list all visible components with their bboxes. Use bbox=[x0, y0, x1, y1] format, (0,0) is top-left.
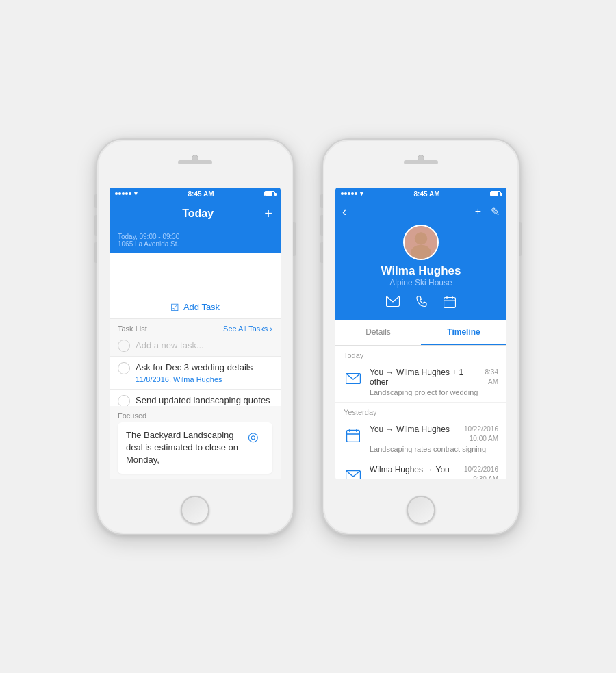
status-bar-left-2: ▾ bbox=[341, 190, 363, 197]
timeline-item-2[interactable]: You → Wilma Hughes 10/22/2016 10:00 AM L… bbox=[335, 419, 506, 459]
phone-2-screen: ▾ 8:45 AM ‹ + ✎ bbox=[335, 188, 506, 479]
add-task-label: Add Task bbox=[183, 302, 220, 312]
status-battery-2 bbox=[490, 191, 501, 196]
page-title-today: Today bbox=[131, 207, 264, 220]
battery-fill-1 bbox=[265, 192, 272, 196]
contact-company: Alpine Ski House bbox=[389, 278, 452, 288]
status-bar-2: ▾ 8:45 AM bbox=[335, 188, 506, 201]
task-item-1[interactable]: Ask for Dec 3 wedding details 11/8/2016,… bbox=[110, 357, 281, 390]
contact-info: Wilma Hughes Alpine Ski House bbox=[342, 225, 500, 311]
email-icon-1 bbox=[344, 369, 363, 388]
email-action-icon[interactable] bbox=[386, 296, 400, 311]
battery-fill-2 bbox=[491, 192, 498, 196]
event-title: Meet new landscaping suppliers bbox=[110, 253, 281, 296]
edit-contact-button[interactable]: ✎ bbox=[491, 205, 500, 218]
task-content-2: Send updated landscaping quotes 11/9/201… bbox=[136, 395, 270, 406]
new-task-placeholder[interactable]: Add a new task... bbox=[136, 340, 204, 351]
contact-tabs: Details Timeline bbox=[335, 320, 506, 346]
phone-volume-down-2 bbox=[320, 242, 323, 263]
status-time-2: 8:45 AM bbox=[414, 190, 440, 198]
email-icon-2 bbox=[344, 466, 363, 479]
svg-point-2 bbox=[411, 244, 431, 259]
timeline-from-1: You → Wilma Hughes + 1 other bbox=[370, 368, 475, 387]
timeline-header-1: You → Wilma Hughes + 1 other 8:34 AM bbox=[370, 368, 498, 387]
avatar-svg bbox=[405, 225, 437, 260]
add-task-button[interactable]: ☑ Add Task bbox=[110, 296, 281, 318]
task-list-section: Task List See All Tasks › Add a new task… bbox=[110, 319, 281, 406]
timeline-item-3[interactable]: Wilma Hughes → You 10/22/2016 9:30 AM Co… bbox=[335, 459, 506, 479]
status-bar-1: ▾ 8:45 AM bbox=[110, 188, 281, 201]
focused-text: The Backyard Landscaping deal is estimat… bbox=[126, 429, 242, 467]
calendar-event-card[interactable]: Today, 09:00 - 09:30 1065 La Avenida St.… bbox=[110, 227, 281, 319]
phone-speaker-2 bbox=[404, 160, 438, 164]
timeline-section-today: Today bbox=[335, 346, 506, 362]
phone-1-screen: ▾ 8:45 AM Today + Today, 09:00 - 09:30 bbox=[110, 188, 281, 479]
calendar-action-icon[interactable] bbox=[444, 296, 456, 311]
contact-name: Wilma Hughes bbox=[381, 264, 461, 278]
phone-volume-down-1 bbox=[94, 242, 97, 263]
battery-icon-2 bbox=[490, 191, 501, 196]
wifi-icon-2: ▾ bbox=[360, 190, 363, 197]
timeline-subject-2: Landscaping rates contract signing bbox=[370, 445, 498, 453]
signal-dots-1 bbox=[115, 192, 131, 195]
today-header: Today + bbox=[110, 201, 281, 227]
status-time-1: 8:45 AM bbox=[188, 190, 214, 198]
task-list-label: Task List bbox=[118, 325, 147, 333]
task-circle-1[interactable] bbox=[118, 362, 130, 374]
contact-header: ‹ + ✎ Wilma Hughes bbox=[335, 201, 506, 320]
checkbox-icon: ☑ bbox=[170, 302, 179, 313]
timeline-date-3: 10/22/2016 9:30 AM bbox=[464, 465, 498, 479]
task-circle-new bbox=[118, 340, 130, 352]
phone-volume-up-1 bbox=[94, 215, 97, 236]
timeline-header-2: You → Wilma Hughes 10/22/2016 10:00 AM bbox=[370, 424, 498, 444]
calendar-card-header: Today, 09:00 - 09:30 1065 La Avenida St. bbox=[110, 227, 281, 253]
task-content-1: Ask for Dec 3 wedding details 11/8/2016,… bbox=[136, 362, 253, 383]
new-task-input-row[interactable]: Add a new task... bbox=[110, 335, 281, 357]
add-button[interactable]: + bbox=[264, 206, 272, 222]
timeline-date-2: 10/22/2016 10:00 AM bbox=[464, 424, 498, 444]
svg-point-1 bbox=[415, 232, 427, 244]
phone-action-icon[interactable] bbox=[416, 296, 427, 311]
nav-icons: + ✎ bbox=[475, 205, 500, 218]
timeline-item-1[interactable]: You → Wilma Hughes + 1 other 8:34 AM Lan… bbox=[335, 362, 506, 403]
event-location: 1065 La Avenida St. bbox=[118, 240, 272, 248]
timeline-view: Today You → Wilma Hughes + 1 other 8:34 … bbox=[335, 346, 506, 479]
phone-mute-button-2 bbox=[320, 194, 323, 208]
wifi-icon-1: ▾ bbox=[134, 190, 138, 197]
timeline-content-3: Wilma Hughes → You 10/22/2016 9:30 AM Co… bbox=[370, 465, 498, 479]
contact-avatar bbox=[403, 225, 439, 260]
phone-speaker-1 bbox=[178, 160, 212, 164]
add-contact-button[interactable]: + bbox=[475, 205, 481, 218]
tab-timeline[interactable]: Timeline bbox=[421, 320, 506, 345]
back-button[interactable]: ‹ bbox=[342, 205, 346, 219]
phone-mute-button-1 bbox=[94, 194, 97, 208]
timeline-from-2: You → Wilma Hughes bbox=[370, 424, 450, 434]
phone-volume-up-2 bbox=[320, 215, 323, 236]
svg-rect-4 bbox=[444, 297, 456, 307]
event-time: Today, 09:00 - 09:30 bbox=[118, 233, 272, 240]
task-text-2: Send updated landscaping quotes bbox=[136, 395, 270, 406]
phones-container: ▾ 8:45 AM Today + Today, 09:00 - 09:30 bbox=[68, 111, 548, 563]
battery-icon-1 bbox=[264, 191, 275, 196]
status-battery-1 bbox=[264, 191, 275, 196]
timeline-subject-1: Landscaping project for wedding bbox=[370, 388, 498, 396]
see-all-tasks-button[interactable]: See All Tasks › bbox=[223, 325, 272, 333]
timeline-section-yesterday: Yesterday bbox=[335, 403, 506, 419]
tab-details[interactable]: Details bbox=[335, 320, 421, 345]
task-meta-1: 11/8/2016, Wilma Hughes bbox=[136, 375, 253, 383]
task-item-2[interactable]: Send updated landscaping quotes 11/9/201… bbox=[110, 390, 281, 406]
timeline-content-1: You → Wilma Hughes + 1 other 8:34 AM Lan… bbox=[370, 368, 498, 396]
signal-dots-2 bbox=[341, 192, 357, 195]
timeline-date-1: 8:34 AM bbox=[475, 368, 498, 387]
contact-nav: ‹ + ✎ bbox=[342, 205, 500, 219]
timeline-header-3: Wilma Hughes → You 10/22/2016 9:30 AM bbox=[370, 465, 498, 479]
task-circle-2[interactable] bbox=[118, 395, 130, 406]
task-list-header: Task List See All Tasks › bbox=[110, 319, 281, 335]
target-icon: ◎ bbox=[248, 429, 264, 446]
timeline-content-2: You → Wilma Hughes 10/22/2016 10:00 AM L… bbox=[370, 424, 498, 453]
timeline-from-3: Wilma Hughes → You bbox=[370, 465, 450, 474]
home-button-1[interactable] bbox=[181, 496, 209, 524]
focused-section: Focused The Backyard Landscaping deal is… bbox=[110, 406, 281, 479]
focused-card[interactable]: The Backyard Landscaping deal is estimat… bbox=[118, 422, 272, 474]
home-button-2[interactable] bbox=[407, 496, 435, 524]
